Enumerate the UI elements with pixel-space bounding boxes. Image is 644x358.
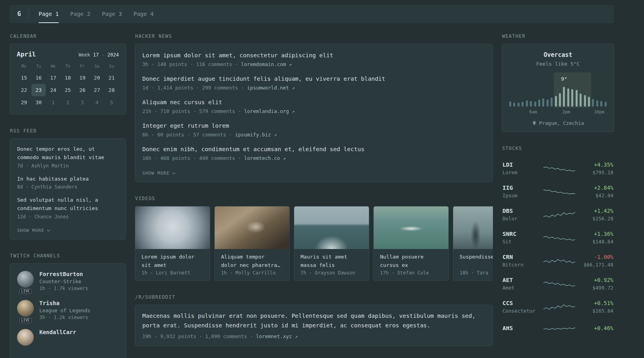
tab-page-4[interactable]: Page 4: [134, 5, 154, 23]
video-title[interactable]: Suspendisse diam: [460, 253, 493, 261]
video-card[interactable]: Nullam posuere cursus ex 17h · Stefan Co…: [373, 206, 449, 281]
live-badge: LIVE: [19, 318, 31, 323]
video-title[interactable]: Lorem ipsum dolor sit amet consectetu…: [142, 253, 204, 270]
stock-row[interactable]: SNRC Sit +1.36% $148.64: [502, 226, 613, 249]
video-thumbnail[interactable]: [135, 206, 210, 249]
calendar-day: 28: [104, 84, 119, 96]
tab-page-1[interactable]: Page 1: [39, 5, 59, 23]
weather-bars: [509, 76, 607, 107]
video-thumbnail[interactable]: [294, 206, 369, 249]
channel-name[interactable]: KendallCarr: [39, 329, 76, 335]
tab-page-3[interactable]: Page 3: [102, 5, 122, 23]
twitch-channel[interactable]: KendallCarr: [17, 329, 118, 346]
hn-item-domain: ipsumify.biz: [235, 132, 271, 138]
hn-item-domain-link[interactable]: ipsumworld.net ↗: [247, 85, 295, 91]
hn-item-stats: 16h · 468 points · 440 comments ·: [142, 155, 241, 161]
hn-show-more-button[interactable]: SHOW MORE: [142, 171, 175, 176]
hn-item-domain-link[interactable]: loremdomain.com ↗: [241, 61, 292, 67]
video-card[interactable]: Suspendisse diam 18h · Tara: [453, 206, 493, 281]
twitch-channel[interactable]: LIVE Trisha League of Legends 3h · 1.2k …: [17, 300, 118, 320]
video-thumbnail[interactable]: [215, 206, 289, 249]
hn-item-title[interactable]: Aliquam nec cursus elit: [142, 98, 485, 107]
video-title[interactable]: Nullam posuere cursus ex: [380, 253, 442, 270]
columns: CALENDAR April Week 17 · 2024 Mo Tu: [10, 33, 614, 358]
stock-change: +0.92%: [578, 277, 613, 283]
calendar-week-label: Week: [79, 52, 90, 58]
twitch-channel[interactable]: LIVE ForrestBurton Counter-Strike 1h · 1…: [17, 271, 118, 291]
stock-row[interactable]: DBS Dolor +1.42% $156.28: [502, 203, 613, 226]
subreddit-post-title[interactable]: Maecenas mollis pulvinar erat non posuer…: [142, 311, 485, 331]
stock-name: Lorem: [502, 169, 540, 175]
rss-item-title[interactable]: Sed volutpat nulla nisl, a condimentum n…: [17, 196, 118, 213]
rss-item-title[interactable]: In hac habitasse platea: [17, 175, 118, 183]
stock-row[interactable]: CRN Bitcorn -1.00% $66,171.48: [502, 249, 613, 272]
calendar-day-headers: Mo Tu We Th Fr Sa Su: [17, 64, 119, 68]
video-meta: 17h · Stefan Cole: [380, 270, 442, 276]
weather-time-label: 10pm: [594, 109, 605, 115]
hn-item-meta: 16h · 468 points · 440 comments · loremt…: [142, 155, 485, 161]
video-title[interactable]: Aliquam tempor dolor nec pharetra…: [221, 253, 283, 270]
channel-game: League of Legends: [39, 307, 90, 313]
chevron-down-icon: [172, 171, 175, 174]
hn-item-domain-link[interactable]: loremlandia.org ↗: [244, 108, 295, 114]
external-link-icon: ↗: [289, 62, 292, 67]
stock-symbol: SNRC: [502, 231, 540, 237]
hn-item-meta: 6h · 60 points · 57 comments · ipsumify.…: [142, 132, 485, 138]
hn-item-title[interactable]: Donec enim nibh, condimentum et accumsan…: [142, 145, 485, 154]
stock-row[interactable]: LDI Lorem +4.35% $795.18: [502, 157, 613, 180]
hn-item-domain-link[interactable]: loremtech.co ↗: [244, 155, 286, 161]
external-link-icon: ↗: [292, 109, 295, 114]
hn-item-domain-link[interactable]: ipsumify.biz ↗: [235, 132, 277, 138]
video-title[interactable]: Mauris sit amet massa felis: [301, 253, 363, 270]
calendar-day: 22: [17, 84, 31, 96]
app-logo[interactable]: G: [10, 10, 29, 18]
stock-row[interactable]: AHS +0.46%: [502, 318, 613, 339]
subreddit-domain-link[interactable]: loremnet.xyz ↗: [256, 333, 298, 339]
weather-bar: [547, 99, 549, 107]
rss-widget: RSS FEED Donec tempor eros leo, ut commo…: [10, 128, 126, 239]
stock-row[interactable]: AET Amet +0.92% $499.72: [502, 272, 613, 295]
hn-item-stats: 1d · 1,414 points · 299 comments ·: [142, 85, 244, 91]
stock-symbol: CCS: [502, 300, 540, 306]
video-card[interactable]: Mauris sit amet massa felis 7h · Grayson…: [294, 206, 369, 281]
external-link-icon: ↗: [274, 132, 277, 138]
videos-widget: VIDEOS Lorem ipsum dolor sit amet consec…: [135, 196, 493, 281]
weather-bar: [580, 93, 582, 107]
calendar-grid: 15 16 17 18 19 20 21 22 23 24 25 26 27 2…: [17, 72, 119, 109]
weather-bar: [542, 98, 544, 107]
calendar-separator: ·: [102, 52, 105, 58]
video-card[interactable]: Lorem ipsum dolor sit amet consectetu… 1…: [135, 206, 210, 281]
channel-name[interactable]: Trisha: [39, 300, 90, 306]
hn-item-title[interactable]: Integer eget rutrum lorem: [142, 122, 485, 130]
rss-show-more-button[interactable]: SHOW MORE: [17, 228, 50, 233]
hackernews-card: Lorem ipsum dolor sit amet, consectetur …: [135, 44, 493, 182]
stock-sparkline: [543, 255, 575, 267]
stock-spark-wrap: [543, 232, 575, 244]
stock-values: +0.46%: [578, 325, 613, 333]
stock-price: $148.64: [578, 239, 613, 245]
calendar-day-next-month: 1: [46, 96, 60, 109]
external-link-icon: ↗: [283, 156, 286, 161]
calendar-day: 30: [31, 96, 46, 109]
twitch-card: LIVE ForrestBurton Counter-Strike 1h · 1…: [10, 263, 126, 358]
hn-item-stats: 21h · 710 points · 579 comments ·: [142, 108, 241, 114]
channel-name[interactable]: ForrestBurton: [39, 271, 88, 277]
video-card[interactable]: Aliquam tempor dolor nec pharetra… 1h · …: [214, 206, 290, 281]
rss-item-title[interactable]: Donec tempor eros leo, ut commodo mauris…: [17, 145, 118, 162]
stock-symbol: AET: [502, 277, 540, 283]
stock-row[interactable]: IIG Ipsum +2.84% $42.04: [502, 180, 613, 203]
video-thumbnail[interactable]: [374, 206, 448, 249]
stock-price: $42.04: [578, 193, 613, 198]
tab-page-2[interactable]: Page 2: [70, 5, 91, 23]
hn-item-title[interactable]: Donec imperdiet augue tincidunt felis al…: [142, 75, 485, 83]
video-thumbnail[interactable]: [453, 206, 493, 249]
stock-spark-wrap: [543, 301, 575, 313]
stock-row[interactable]: CCS Consectetur +0.51% $165.84: [502, 295, 613, 318]
calendar-day-header: Th: [60, 64, 75, 68]
external-link-icon: ↗: [295, 334, 298, 339]
channel-avatar-wrap: LIVE: [17, 271, 34, 291]
hackernews-section-title: HACKER NEWS: [135, 33, 493, 39]
stock-change: +0.46%: [578, 325, 613, 331]
hn-item-title[interactable]: Lorem ipsum dolor sit amet, consectetur …: [142, 51, 485, 60]
weather-location-text: Prague, Czechia: [539, 120, 584, 126]
